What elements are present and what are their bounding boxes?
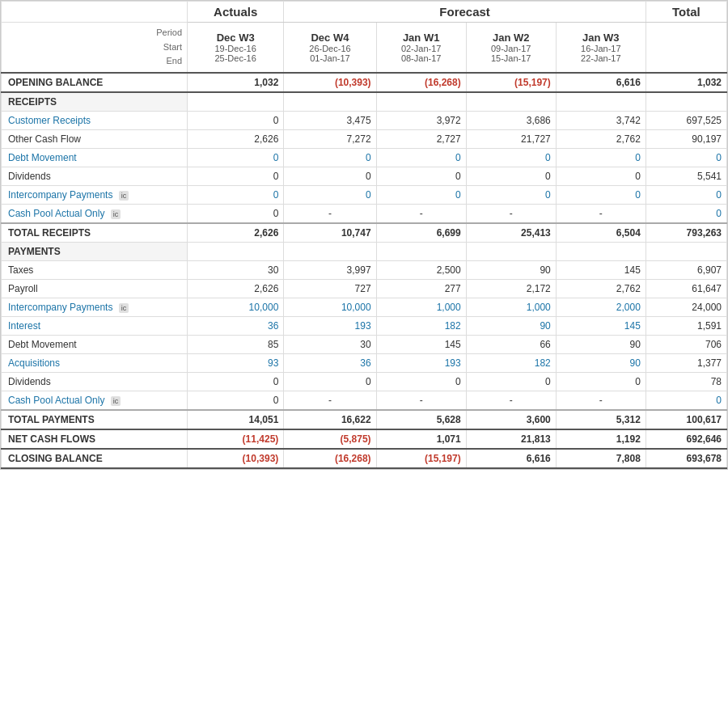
tax-dec-w4: 3,997 (284, 260, 376, 279)
pay-dec-w4: 727 (284, 279, 376, 298)
payments-section-label: PAYMENTS (2, 242, 188, 260)
total-payments-row: TOTAL PAYMENTS 14,051 16,622 5,628 3,600… (2, 410, 727, 429)
divr-jan-w1: 0 (376, 167, 466, 185)
icp-jan-w1: 1,000 (376, 298, 466, 316)
cr-jan-w1: 3,972 (376, 111, 466, 129)
divp-dec-w3: 0 (188, 372, 284, 391)
tp-dec-w3: 14,051 (188, 410, 284, 429)
dmr-jan-w3: 0 (556, 148, 645, 167)
int-jan-w1: 182 (376, 316, 466, 335)
int-dec-w3: 36 (188, 316, 284, 335)
pay-jan-w2: 2,172 (466, 279, 556, 298)
icp-jan-w2: 1,000 (466, 298, 556, 316)
ob-total: 1,032 (645, 73, 726, 92)
ocf-dec-w3: 2,626 (188, 129, 284, 148)
tax-jan-w2: 90 (466, 260, 556, 279)
taxes-row: Taxes 30 3,997 2,500 90 145 6,907 (2, 260, 727, 279)
cr-jan-w3: 3,742 (556, 111, 645, 129)
dmr-total: 0 (645, 148, 726, 167)
column-header-row: Period Start End Dec W3 19-Dec-16 25-Dec… (2, 23, 727, 73)
pay-dec-w3: 2,626 (188, 279, 284, 298)
icr-total: 0 (645, 185, 726, 204)
ocf-jan-w1: 2,727 (376, 129, 466, 148)
customer-receipts-label: Customer Receipts (2, 111, 188, 129)
cpp-total: 0 (645, 391, 726, 410)
debt-movement-p-label: Debt Movement (2, 335, 188, 353)
int-jan-w2: 90 (466, 316, 556, 335)
icr-jan-w1: 0 (376, 185, 466, 204)
divr-total: 5,541 (645, 167, 726, 185)
dividends-p-label: Dividends (2, 372, 188, 391)
int-total: 1,591 (645, 316, 726, 335)
divr-jan-w3: 0 (556, 167, 645, 185)
ncf-jan-w3: 1,192 (556, 429, 645, 449)
tp-jan-w2: 3,600 (466, 410, 556, 429)
tp-jan-w1: 5,628 (376, 410, 466, 429)
tax-jan-w1: 2,500 (376, 260, 466, 279)
debt-movement-payments-row: Debt Movement 85 30 145 66 90 706 (2, 335, 727, 353)
cr-dec-w3: 0 (188, 111, 284, 129)
total-receipts-label: TOTAL RECEIPTS (2, 223, 188, 243)
dmr-jan-w1: 0 (376, 148, 466, 167)
debt-movement-receipts-row: Debt Movement 0 0 0 0 0 0 (2, 148, 727, 167)
closing-balance-row: CLOSING BALANCE (10,393) (16,268) (15,19… (2, 449, 727, 468)
dmr-dec-w4: 0 (284, 148, 376, 167)
period-label: Period Start End (2, 23, 188, 73)
dividends-r-label: Dividends (2, 167, 188, 185)
cash-pool-payments-row: Cash Pool Actual Only ic 0 - - - - 0 (2, 391, 727, 410)
payments-section-row: PAYMENTS (2, 242, 727, 260)
cpr-jan-w1: - (376, 204, 466, 223)
total-receipts-row: TOTAL RECEIPTS 2,626 10,747 6,699 25,413… (2, 223, 727, 243)
dmp-jan-w1: 145 (376, 335, 466, 353)
int-dec-w4: 193 (284, 316, 376, 335)
intercompany-receipts-row: Intercompany Payments ic 0 0 0 0 0 0 (2, 185, 727, 204)
icr-jan-w3: 0 (556, 185, 645, 204)
ob-jan-w1: (16,268) (376, 73, 466, 92)
cash-pool-r-label: Cash Pool Actual Only ic (2, 204, 188, 223)
other-cash-flow-label: Other Cash Flow (2, 129, 188, 148)
ob-dec-w3: 1,032 (188, 73, 284, 92)
actuals-group-header: Actuals (188, 2, 284, 23)
cpr-dec-w3: 0 (188, 204, 284, 223)
cash-pool-r-ic-badge: ic (111, 209, 121, 219)
ncf-dec-w3: (11,425) (188, 429, 284, 449)
dmr-jan-w2: 0 (466, 148, 556, 167)
ncf-jan-w2: 21,813 (466, 429, 556, 449)
ob-dec-w4: (10,393) (284, 73, 376, 92)
cb-jan-w3: 7,808 (556, 449, 645, 468)
tp-jan-w3: 5,312 (556, 410, 645, 429)
icp-total: 24,000 (645, 298, 726, 316)
ncf-dec-w4: (5,875) (284, 429, 376, 449)
ocf-jan-w2: 21,727 (466, 129, 556, 148)
col-dec-w4: Dec W4 26-Dec-16 01-Jan-17 (284, 23, 376, 73)
acq-total: 1,377 (645, 353, 726, 372)
interest-label: Interest (2, 316, 188, 335)
cpp-jan-w2: - (466, 391, 556, 410)
total-group-header: Total (645, 2, 726, 23)
dividends-payments-row: Dividends 0 0 0 0 0 78 (2, 372, 727, 391)
col-jan-w3: Jan W3 16-Jan-17 22-Jan-17 (556, 23, 645, 73)
dividends-receipts-row: Dividends 0 0 0 0 0 5,541 (2, 167, 727, 185)
divp-jan-w1: 0 (376, 372, 466, 391)
intercompany-p-ic-badge: ic (119, 303, 129, 313)
receipts-section-label: RECEIPTS (2, 92, 188, 112)
tr-total: 793,263 (645, 223, 726, 243)
pay-jan-w3: 2,762 (556, 279, 645, 298)
empty-header (2, 2, 188, 23)
divp-dec-w4: 0 (284, 372, 376, 391)
acq-jan-w2: 182 (466, 353, 556, 372)
cash-pool-receipts-row: Cash Pool Actual Only ic 0 - - - - 0 (2, 204, 727, 223)
tax-jan-w3: 145 (556, 260, 645, 279)
cb-dec-w3: (10,393) (188, 449, 284, 468)
pay-jan-w1: 277 (376, 279, 466, 298)
cpp-dec-w4: - (284, 391, 376, 410)
cpr-jan-w2: - (466, 204, 556, 223)
tr-dec-w4: 10,747 (284, 223, 376, 243)
int-jan-w3: 145 (556, 316, 645, 335)
ocf-total: 90,197 (645, 129, 726, 148)
tax-dec-w3: 30 (188, 260, 284, 279)
divr-jan-w2: 0 (466, 167, 556, 185)
ob-jan-w2: (15,197) (466, 73, 556, 92)
icr-jan-w2: 0 (466, 185, 556, 204)
dmp-dec-w4: 30 (284, 335, 376, 353)
